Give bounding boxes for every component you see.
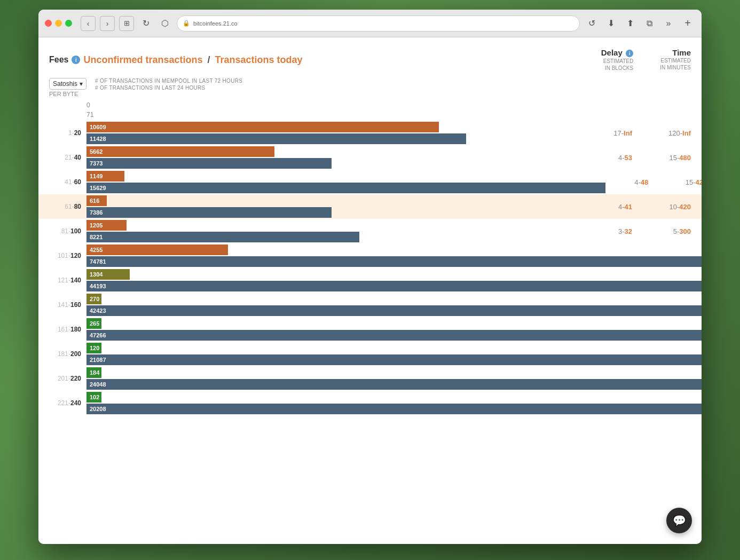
time-title: Time (660, 48, 691, 57)
chart-row: 81-100120582213-325-300 (49, 219, 691, 243)
bar-wrapper: 5662 (86, 146, 589, 157)
delay-value: 4-41 (589, 203, 637, 211)
bars-container: 12058221 (86, 220, 589, 242)
chart-bar: 1149 (86, 171, 124, 182)
bar-wrapper: 15629 (86, 183, 605, 193)
bar-wrapper: 10609 (86, 122, 589, 132)
chart-bar: 7373 (86, 158, 332, 169)
bar-wrapper: 4255 (86, 244, 702, 255)
bars-container: 10220208 (86, 392, 702, 414)
delay-column-header: Delay i ESTIMATED IN BLOCKS (601, 48, 633, 72)
chart-row: 221-2401022020800-25 (49, 391, 691, 415)
nav-unconfirmed[interactable]: Unconfirmed transactions (83, 54, 202, 65)
bar-wrapper: 11428 (86, 133, 589, 144)
bar-wrapper: 265 (86, 318, 702, 329)
chat-icon: 💬 (673, 514, 686, 527)
bar-wrapper: 7373 (86, 158, 589, 169)
bar-wrapper: 102 (86, 392, 702, 403)
controls-row: Satoshis ▾ PER BYTE # OF TRANSACTIONS IN… (49, 78, 691, 97)
chart-bar: 10609 (86, 122, 439, 132)
bar-wrapper: 1205 (86, 220, 589, 231)
bars-container: 18424048 (86, 367, 702, 390)
time-sub2: IN MINUTES (660, 64, 691, 71)
chart-bar: 1304 (86, 269, 130, 280)
tabs-button[interactable]: ⧉ (642, 16, 657, 31)
chart-bar: 120 (86, 343, 101, 353)
chart-bar: 11428 (86, 133, 466, 144)
fee-range-label: 121-140 (49, 277, 86, 284)
satoshis-control: Satoshis ▾ PER BYTE (49, 78, 86, 97)
maximize-button[interactable] (65, 20, 72, 27)
bar-wrapper: 120 (86, 343, 702, 353)
lock-icon: 🔒 (183, 20, 190, 27)
dropdown-arrow-icon: ▾ (80, 80, 83, 88)
bar-wrapper: 616 (86, 195, 589, 206)
delay-sub2: IN BLOCKS (601, 65, 633, 72)
bars-container: 56627373 (86, 146, 589, 169)
per-byte-label: PER BYTE (49, 91, 86, 97)
time-column-header: Time ESTIMATED IN MINUTES (660, 48, 691, 71)
chart-bar: 24048 (86, 379, 702, 390)
refresh-button[interactable]: ↻ (138, 16, 153, 31)
close-button[interactable] (45, 20, 52, 27)
time-sub1: ESTIMATED (660, 57, 691, 64)
chart-row: 181-2001202108700-25 (49, 342, 691, 366)
chart-bar: 8221 (86, 232, 359, 242)
time-value: 120-Inf (637, 129, 691, 137)
bars-container: 425574781 (86, 244, 702, 267)
bars-container: 27042423 (86, 294, 702, 316)
chart-row: 161-180265472660-10-25 (49, 317, 691, 342)
bars-container: 6167386 (86, 195, 589, 218)
chart-bar: 15629 (86, 183, 605, 193)
download-button[interactable]: ⬇ (603, 16, 618, 31)
new-tab-button[interactable]: + (680, 16, 695, 31)
chart-bar: 616 (86, 195, 107, 206)
delay-info-icon[interactable]: i (626, 50, 633, 57)
chat-widget[interactable]: 💬 (666, 508, 692, 533)
title-bar: ‹ › ⊞ ↻ ⬡ 🔒 bitcoinfees.21.co ↺ ⬇ ⬆ ⧉ » … (38, 10, 702, 37)
satoshis-select[interactable]: Satoshis ▾ (49, 78, 86, 90)
satoshis-label: Satoshis (53, 80, 77, 88)
fees-info-icon[interactable]: i (72, 56, 80, 64)
chart-area: 1-20106091142817-Inf120-Inf21-4056627373… (49, 121, 691, 415)
forward-button[interactable]: › (100, 16, 115, 31)
chart-row: 201-2201842404800- (49, 366, 691, 391)
reload-button[interactable]: ↺ (584, 16, 599, 31)
nav-today[interactable]: Transactions today (215, 54, 303, 65)
bars-container: 1060911428 (86, 122, 589, 144)
minimize-button[interactable] (55, 20, 62, 27)
delay-value: 17-Inf (589, 129, 637, 137)
mempool-line1: # OF TRANSACTIONS IN MEMPOOL IN LAST 72 … (95, 78, 242, 84)
bar-wrapper: 20208 (86, 404, 702, 414)
bar-wrapper: 184 (86, 367, 702, 378)
fee-range-label: 201-220 (49, 375, 86, 382)
bar-wrapper: 21087 (86, 354, 702, 365)
bars-container: 130444193 (86, 269, 702, 291)
fee-range-label: 181-200 (49, 350, 86, 358)
bars-container: 26547266 (86, 318, 702, 341)
browser-window: ‹ › ⊞ ↻ ⬡ 🔒 bitcoinfees.21.co ↺ ⬇ ⬆ ⧉ » … (38, 10, 702, 544)
delay-sub1: ESTIMATED (601, 58, 633, 65)
address-bar[interactable]: 🔒 bitcoinfees.21.co (177, 15, 580, 31)
chart-bar: 265 (86, 318, 101, 329)
chart-bar: 184 (86, 367, 101, 378)
page-content: Fees i Unconfirmed transactions / Transa… (38, 37, 702, 544)
back-button[interactable]: ‹ (81, 16, 96, 31)
chart-row: 21-40566273734-5315-480 (49, 145, 691, 170)
chart-row: 1-20106091142817-Inf120-Inf (49, 121, 691, 145)
time-value: 15-420 (654, 178, 702, 186)
bar-wrapper: 1149 (86, 171, 605, 182)
time-value: 10-420 (637, 203, 691, 211)
delay-value: 4-48 (605, 178, 654, 186)
header-right: Delay i ESTIMATED IN BLOCKS Time ESTIMAT… (601, 48, 691, 72)
extensions-button[interactable]: ⬡ (158, 16, 172, 31)
more-tabs-button[interactable]: » (661, 16, 676, 31)
chart-bar: 74781 (86, 256, 702, 267)
fee-range-label: 41-60 (49, 178, 86, 186)
bar-wrapper: 47266 (86, 330, 702, 341)
share-button[interactable]: ⬆ (623, 16, 637, 31)
time-value: 5-300 (637, 227, 691, 235)
chart-bar: 1205 (86, 220, 127, 231)
tab-overview-button[interactable]: ⊞ (119, 16, 134, 31)
fee-range-label: 21-40 (49, 154, 86, 161)
